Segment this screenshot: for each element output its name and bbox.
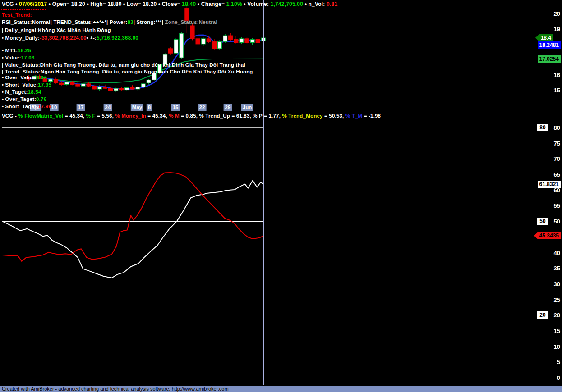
- price-axis-tick: 19: [554, 25, 560, 32]
- indicator-axis-tick: 40: [554, 249, 560, 256]
- indicator-value-tag: 45.3435: [534, 232, 561, 239]
- price-value-tag: 18.2481: [538, 41, 561, 49]
- indicator-value-tag: 61.8321: [538, 181, 561, 188]
- indicator-axis-tick: 50: [554, 218, 560, 225]
- indicator-value-tag: 20: [537, 311, 548, 319]
- indicator-axis-tick: 80: [554, 124, 560, 131]
- price-axis-tick: 15: [554, 87, 560, 93]
- price-axis-tick: 16: [554, 71, 560, 78]
- status-bar-text: Created with AmiBroker - advanced charti…: [2, 386, 229, 392]
- amibroker-window: { "header": {"segments": [ {"t": "VCG", …: [0, 0, 562, 392]
- indicator-axis-tick: 70: [554, 155, 560, 162]
- indicator-value-tag: 80: [537, 124, 548, 131]
- indicator-axis-tick: 15: [554, 327, 560, 334]
- indicator-axis-tick: 65: [554, 171, 560, 178]
- price-value-tag: 18.4: [535, 34, 553, 41]
- price-axis-tick: 20: [554, 10, 560, 17]
- indicator-axis-tick: 25: [554, 296, 560, 303]
- indicator-axis-tick: 30: [554, 280, 560, 287]
- status-bar: Created with AmiBroker - advanced charti…: [0, 386, 562, 392]
- price-value-tag: 17.0254: [538, 55, 561, 63]
- indicator-axis-tick: 10: [554, 343, 560, 350]
- indicator-axis-tick: 55: [554, 202, 560, 209]
- indicator-axis-tick: 5: [557, 359, 560, 365]
- indicator-value-tag: 50: [537, 218, 548, 225]
- right-axis: 2019161580757065605550403530252015105018…: [0, 0, 562, 386]
- indicator-axis-tick: 20: [554, 312, 560, 319]
- indicator-axis-tick: 0: [557, 374, 560, 381]
- indicator-axis-tick: 75: [554, 140, 560, 146]
- indicator-axis-tick: 35: [554, 265, 560, 272]
